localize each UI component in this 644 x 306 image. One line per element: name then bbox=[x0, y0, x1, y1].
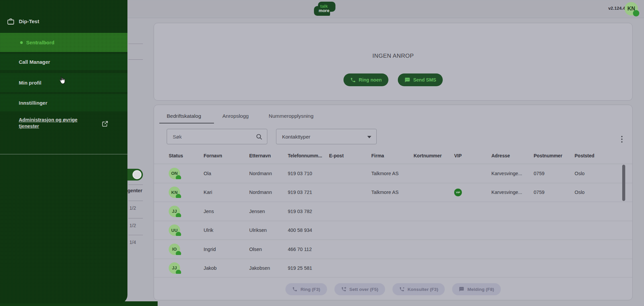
table-header-row: Status Fornavn Etternavn Telefonnumm... … bbox=[154, 150, 632, 161]
avatar-initials: JJ bbox=[172, 209, 177, 214]
table-row[interactable]: UU Ulrik Ulriksen 400 58 934 bbox=[154, 221, 632, 240]
table-row[interactable]: JJ Jakob Jakobsen 919 25 581 bbox=[154, 259, 632, 278]
sidebar-item-innstillinger[interactable]: Innstillinger bbox=[0, 94, 127, 111]
sett-over-button-disabled[interactable]: Sett over (F5) bbox=[334, 283, 385, 295]
phone-cell: 919 25 581 bbox=[288, 265, 329, 271]
avatar-initials: ON bbox=[171, 171, 178, 176]
table-row[interactable]: ON Ola Nordmann 919 03 710 Talkmore AS K… bbox=[154, 164, 632, 183]
contact-avatar: UU bbox=[169, 224, 180, 236]
button-label: Konsulter (F3) bbox=[408, 287, 438, 292]
firstname-cell: Ulrik bbox=[204, 227, 249, 233]
ring-noen-button[interactable]: Ring noen bbox=[343, 73, 388, 86]
city-cell: Oslo bbox=[575, 171, 622, 176]
contact-action-bar: Ring (F3) Sett over (F5) Konsulter (F3) … bbox=[154, 283, 632, 295]
chevron-down-icon bbox=[367, 136, 371, 138]
vip-cell: VIP bbox=[454, 189, 491, 196]
peek-divider bbox=[128, 201, 143, 201]
column-header[interactable]: E-post bbox=[329, 153, 371, 158]
peek-divider bbox=[128, 218, 143, 218]
company-cell: Talkmore AS bbox=[371, 171, 414, 176]
search-input[interactable] bbox=[167, 129, 267, 144]
app-version: v2.124.4 bbox=[608, 6, 625, 11]
column-header[interactable]: Poststed bbox=[575, 153, 622, 158]
melding-button-disabled[interactable]: Melding (F8) bbox=[452, 283, 501, 295]
contact-avatar: IO bbox=[169, 244, 180, 255]
status-cell: KN bbox=[169, 187, 204, 198]
table-scrollbar[interactable] bbox=[622, 165, 625, 201]
sidebar-item-min-profil[interactable]: Min profil bbox=[0, 73, 127, 92]
phone-cell: 919 03 721 bbox=[288, 190, 329, 195]
avatar-initials: IO bbox=[172, 247, 177, 252]
availability-dot bbox=[176, 194, 181, 198]
workspace-row[interactable]: Dip-Test bbox=[0, 13, 127, 30]
column-header[interactable]: Telefonnumm... bbox=[288, 153, 329, 158]
tab-anropslogg[interactable]: Anropslogg bbox=[222, 109, 249, 123]
sidebar-item-label: Sentralbord bbox=[26, 40, 54, 45]
search-icon bbox=[256, 133, 263, 140]
sidebar-item-label: Min profil bbox=[19, 80, 42, 86]
logo-word-more: more bbox=[316, 8, 332, 13]
queue-count: 1/2 bbox=[129, 205, 143, 211]
message-icon bbox=[459, 287, 464, 292]
zip-cell: 0759 bbox=[534, 190, 575, 195]
konsulter-button-disabled[interactable]: Konsulter (F3) bbox=[392, 283, 445, 295]
briefcase-icon bbox=[7, 17, 15, 26]
active-bullet-icon bbox=[20, 41, 23, 44]
column-header[interactable]: Postnummer bbox=[534, 153, 575, 158]
availability-dot bbox=[176, 232, 181, 236]
status-cell: IO bbox=[169, 244, 204, 255]
status-cell: UU bbox=[169, 224, 204, 236]
phone-cell: 919 03 782 bbox=[288, 209, 329, 214]
lastname-cell: Nordmann bbox=[249, 171, 288, 176]
sidebar-item-sentralbord[interactable]: Sentralbord bbox=[0, 33, 127, 52]
city-cell: Oslo bbox=[575, 190, 622, 195]
sidebar-item-label: Innstillinger bbox=[19, 100, 47, 106]
column-header[interactable]: Adresse bbox=[491, 153, 534, 158]
tab-bedriftskatalog[interactable]: Bedriftskatalog bbox=[167, 109, 201, 123]
phone-cell: 919 03 710 bbox=[288, 171, 329, 176]
column-header[interactable]: Kortnummer bbox=[414, 153, 454, 158]
column-header[interactable]: Etternavn bbox=[249, 153, 288, 158]
lastname-cell: Nordmann bbox=[249, 190, 288, 195]
column-header[interactable]: Firma bbox=[371, 153, 414, 158]
peek-divider bbox=[128, 185, 143, 185]
contact-search bbox=[167, 129, 267, 144]
lastname-cell: Olsen bbox=[249, 247, 288, 252]
phone-icon bbox=[350, 77, 356, 83]
directory-card: Bedriftskatalog Anropslogg Nummeropplysn… bbox=[154, 105, 633, 300]
logo-text: talk more bbox=[316, 4, 332, 13]
contact-type-select[interactable]: Kontakttyper bbox=[276, 129, 377, 144]
zip-cell: 0759 bbox=[534, 171, 575, 176]
consult-call-icon bbox=[399, 287, 405, 292]
send-sms-button[interactable]: Send SMS bbox=[398, 73, 443, 86]
user-avatar[interactable]: KN bbox=[625, 2, 638, 15]
availability-dot bbox=[176, 175, 181, 179]
ring-button-disabled[interactable]: Ring (F3) bbox=[285, 283, 327, 295]
button-label: Melding (F8) bbox=[467, 287, 494, 292]
button-label: Sett over (F5) bbox=[350, 287, 378, 292]
talkmore-logo: talk more bbox=[314, 2, 335, 16]
vip-badge: VIP bbox=[454, 189, 462, 196]
tab-nummeropplysning[interactable]: Nummeropplysning bbox=[269, 109, 314, 123]
sidebar-item-call-manager[interactable]: Call Manager bbox=[0, 54, 127, 70]
column-header[interactable]: Fornavn bbox=[204, 153, 249, 158]
table-row[interactable]: KN Kari Nordmann 919 03 721 Talkmore AS … bbox=[154, 183, 632, 202]
table-row[interactable]: IO Ingrid Olsen 466 70 112 bbox=[154, 240, 632, 259]
table-menu-button[interactable] bbox=[618, 133, 626, 146]
sms-icon bbox=[405, 77, 410, 83]
agents-column-header-partial: genter bbox=[127, 188, 142, 193]
phone-cell: 400 58 934 bbox=[288, 227, 329, 233]
availability-dot bbox=[176, 270, 181, 274]
queue-count: 1/4 bbox=[129, 240, 143, 245]
admin-services-link[interactable]: Administrasjon og øvrige tjenester bbox=[19, 117, 86, 130]
column-header[interactable]: VIP bbox=[454, 153, 491, 158]
company-cell: Talkmore AS bbox=[371, 190, 414, 195]
table-row[interactable]: JJ Jens Jensen 919 03 782 bbox=[154, 202, 632, 221]
availability-dot bbox=[176, 213, 181, 217]
button-label: Ring (F3) bbox=[301, 287, 320, 292]
column-header[interactable]: Status bbox=[169, 153, 204, 158]
active-call-card: INGEN ANROP Ring noen Send SMS bbox=[154, 23, 633, 101]
availability-dot bbox=[176, 251, 181, 255]
firstname-cell: Kari bbox=[204, 190, 249, 195]
sidebar-divider bbox=[0, 154, 127, 154]
